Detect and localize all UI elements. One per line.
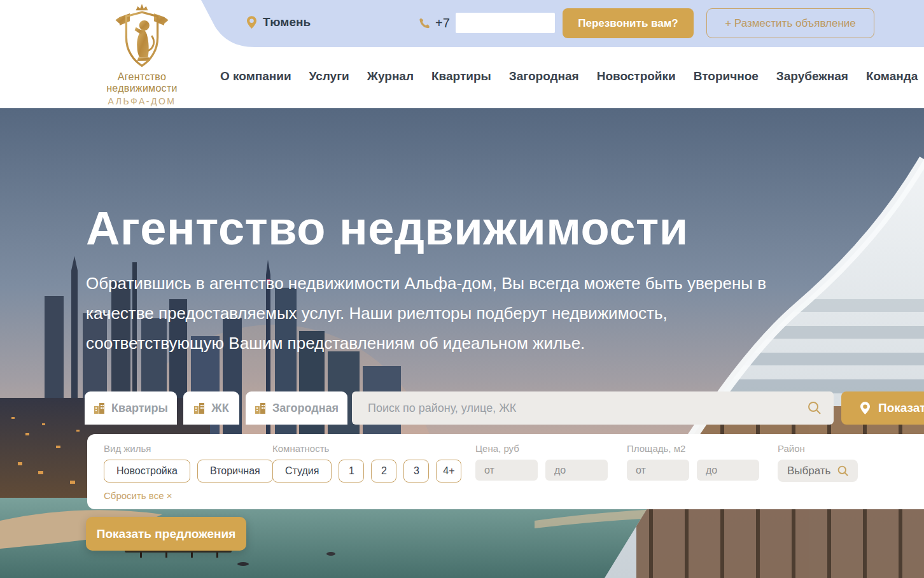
price-from-input[interactable] [475, 460, 538, 481]
building-icon [193, 402, 205, 414]
search-icon[interactable] [808, 401, 821, 414]
filter-chip-rooms-2[interactable]: 2 [371, 460, 396, 483]
tab-label: Загородная [272, 402, 339, 415]
logo[interactable]: Агентство недвижимости АЛЬФА-ДОМ [81, 3, 202, 106]
site-header: Агентство недвижимости АЛЬФА-ДОМ Тюмень … [0, 0, 924, 108]
filter-group-district: Район Выбрать [778, 443, 858, 482]
search-field-wrap [352, 391, 834, 425]
hero-description: Обратившись в агентство недвижимости Аль… [86, 269, 805, 358]
hero-title: Агентство недвижимости [86, 201, 689, 255]
search-tab-complexes[interactable]: ЖК [183, 391, 239, 425]
filter-group-area: Площадь, м2 [627, 443, 759, 481]
search-tab-country[interactable]: Загородная [246, 391, 347, 425]
logo-crest-icon [111, 3, 172, 70]
district-select-label: Выбрать [787, 465, 830, 477]
area-to-input[interactable] [697, 460, 759, 481]
filter-chip-rooms-3[interactable]: 3 [403, 460, 429, 483]
phone-icon [419, 18, 430, 29]
nav-item-newbuildings[interactable]: Новостройки [597, 69, 676, 83]
filter-panel: Вид жилья Новостройка Вторичная Комнатно… [87, 434, 924, 509]
logo-subtitle: АЛЬФА-ДОМ [81, 96, 202, 106]
page: Агентство недвижимости АЛЬФА-ДОМ Тюмень … [0, 0, 924, 578]
filter-chip-rooms-4plus[interactable]: 4+ [436, 460, 461, 483]
phone-prefix: +7 [435, 16, 450, 31]
filter-chip-studio[interactable]: Студия [272, 460, 332, 483]
filter-label: Площадь, м2 [627, 443, 759, 454]
nav-item-apartments[interactable]: Квартиры [431, 69, 491, 83]
building-icon [255, 402, 266, 414]
filter-label: Вид жилья [104, 443, 273, 454]
show-offers-button[interactable]: Показать предложения [86, 517, 246, 551]
filter-label: Район [778, 443, 858, 454]
city-label: Тюмень [263, 15, 311, 29]
filter-label: Комнатность [272, 443, 461, 454]
search-tab-apartments[interactable]: Квартиры [85, 391, 177, 425]
city-selector[interactable]: Тюмень [247, 15, 311, 29]
search-icon [837, 465, 848, 476]
nav-item-country[interactable]: Загородная [509, 69, 579, 83]
phone-input[interactable] [456, 13, 555, 33]
filter-chip-rooms-1[interactable]: 1 [339, 460, 364, 483]
area-from-input[interactable] [627, 460, 689, 481]
main-nav: О компании Услуги Журнал Квартиры Загоро… [220, 69, 918, 83]
location-pin-icon [247, 16, 256, 29]
nav-item-services[interactable]: Услуги [309, 69, 349, 83]
area-search-input[interactable] [352, 391, 834, 425]
building-icon [94, 402, 105, 414]
logo-title: Агентство недвижимости [81, 71, 202, 94]
price-to-input[interactable] [545, 460, 608, 481]
filter-chip-secondary[interactable]: Вторичная [197, 460, 273, 483]
phone-group: +7 [419, 13, 555, 33]
filter-label: Цена, руб [475, 443, 608, 454]
nav-item-about[interactable]: О компании [220, 69, 291, 83]
post-ad-button[interactable]: + Разместить объявление [706, 8, 874, 38]
callback-button-label: Перезвонить вам? [578, 17, 678, 30]
tab-label: ЖК [211, 402, 228, 415]
hero-section: Агентство недвижимости Обратившись в аге… [0, 108, 924, 578]
nav-item-journal[interactable]: Журнал [367, 69, 414, 83]
filter-group-housing-type: Вид жилья Новостройка Вторичная [104, 443, 273, 483]
show-on-map-button[interactable]: Показать [841, 391, 924, 425]
map-pin-icon [860, 402, 870, 414]
nav-item-team[interactable]: Команда [866, 69, 918, 83]
show-offers-label: Показать предложения [97, 527, 236, 541]
tab-label: Квартиры [111, 402, 168, 415]
nav-item-foreign[interactable]: Зарубежная [776, 69, 848, 83]
nav-item-secondary[interactable]: Вторичное [694, 69, 759, 83]
reset-filters-link[interactable]: Сбросить все × [104, 490, 172, 501]
show-button-label: Показать [878, 401, 924, 415]
post-ad-button-label: + Разместить объявление [725, 17, 856, 30]
district-select-button[interactable]: Выбрать [778, 460, 858, 482]
filter-group-rooms: Комнатность Студия 1 2 3 4+ [272, 443, 461, 483]
filter-chip-newbuilding[interactable]: Новостройка [104, 460, 190, 483]
callback-button[interactable]: Перезвонить вам? [563, 8, 694, 38]
filter-group-price: Цена, руб [475, 443, 608, 481]
